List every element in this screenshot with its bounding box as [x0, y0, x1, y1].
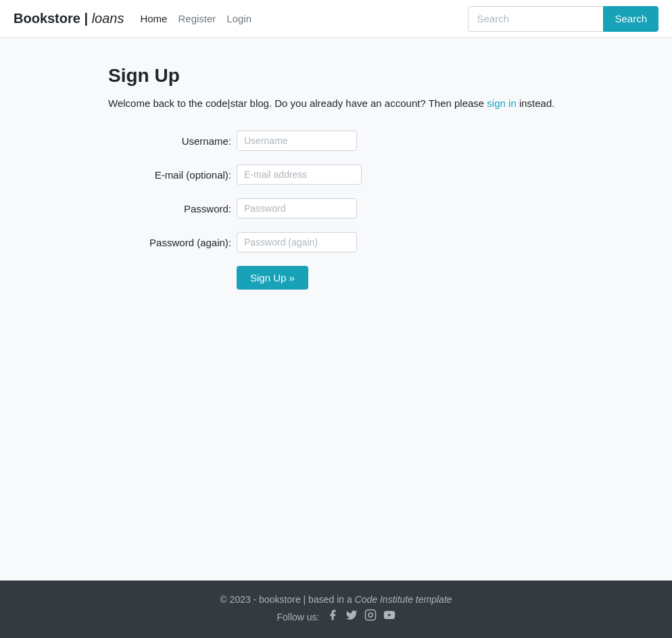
instagram-icon[interactable]	[364, 609, 377, 624]
brand-logo[interactable]: Bookstore | loans	[14, 11, 124, 26]
search-button[interactable]: Search	[603, 6, 658, 32]
password-again-input[interactable]	[237, 232, 357, 252]
password-input[interactable]	[237, 198, 357, 219]
main-content: Sign Up Welcome back to the code|star bl…	[0, 38, 672, 580]
intro-text: Welcome back to the code|star blog. Do y…	[108, 97, 484, 109]
footer: © 2023 - bookstore | based in a Code Ins…	[0, 580, 672, 638]
email-input[interactable]	[237, 164, 362, 185]
signup-form: Username: E-mail (optional): Password: P…	[108, 131, 658, 290]
nav-home[interactable]: Home	[140, 13, 167, 24]
instead-text: instead.	[519, 97, 555, 109]
password-again-label: Password (again):	[108, 237, 237, 248]
signup-button[interactable]: Sign Up »	[237, 266, 308, 290]
copyright-text: © 2023 - bookstore | based in a	[220, 594, 354, 605]
svg-point-1	[368, 613, 373, 617]
svg-rect-0	[365, 610, 375, 620]
template-link-text: Code Institute template	[355, 594, 452, 605]
follow-label: Follow us:	[277, 612, 319, 622]
username-input[interactable]	[237, 131, 357, 151]
intro-paragraph: Welcome back to the code|star blog. Do y…	[108, 97, 658, 109]
sign-in-link[interactable]: sign in	[487, 97, 516, 109]
password-label: Password:	[108, 203, 237, 214]
youtube-icon[interactable]	[383, 609, 395, 624]
twitter-icon[interactable]	[345, 609, 358, 624]
password-again-row: Password (again):	[108, 232, 658, 252]
follow-row: Follow us:	[14, 609, 658, 624]
footer-copyright: © 2023 - bookstore | based in a Code Ins…	[14, 594, 658, 605]
username-label: Username:	[108, 135, 237, 147]
footer-template-link[interactable]: Code Institute template	[355, 594, 452, 605]
password-row: Password:	[108, 198, 658, 219]
navbar: Bookstore | loans Home Register Login Se…	[0, 0, 672, 38]
username-row: Username:	[108, 131, 658, 151]
email-label: E-mail (optional):	[108, 169, 237, 181]
nav-links: Home Register Login	[140, 13, 251, 24]
facebook-icon[interactable]	[327, 609, 339, 624]
email-row: E-mail (optional):	[108, 164, 658, 185]
nav-left: Bookstore | loans Home Register Login	[14, 11, 251, 26]
search-input[interactable]	[468, 6, 603, 32]
nav-login[interactable]: Login	[226, 13, 251, 24]
brand-text-normal: Bookstore |	[14, 11, 92, 26]
nav-register[interactable]: Register	[178, 13, 216, 24]
brand-text-italic: loans	[92, 11, 124, 26]
nav-right: Search	[468, 6, 658, 32]
page-title: Sign Up	[108, 65, 658, 87]
